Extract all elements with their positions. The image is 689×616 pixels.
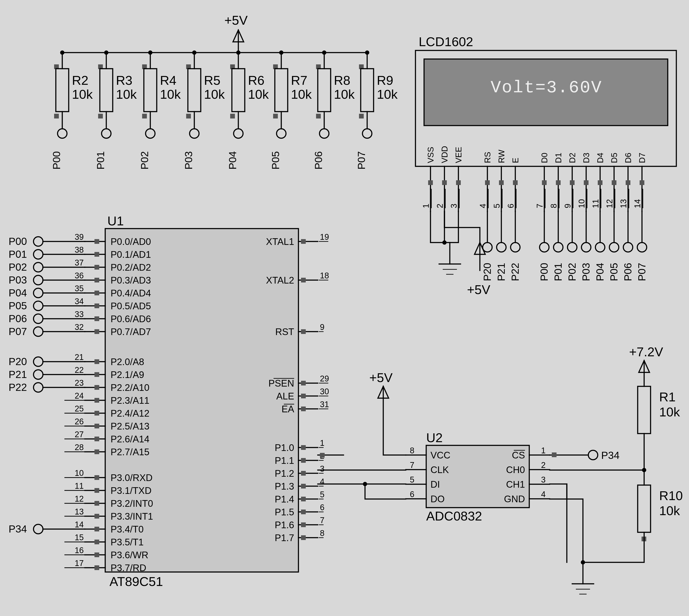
lcd-pin-name: D1 <box>554 153 563 163</box>
svg-rect-164 <box>612 180 617 185</box>
pin-name: P0.7/AD7 <box>111 327 151 337</box>
net-label: P21 <box>496 263 507 281</box>
svg-rect-146 <box>513 180 518 185</box>
net-label: P06 <box>313 151 324 170</box>
lcd-pin-name: D6 <box>624 153 633 163</box>
pin-name: P1.6 <box>275 520 294 530</box>
pin-name: P2.4/A12 <box>111 408 149 419</box>
pin-number: 17 <box>75 559 84 568</box>
svg-rect-102 <box>301 239 306 244</box>
svg-rect-88 <box>94 488 99 493</box>
svg-rect-78 <box>94 411 99 416</box>
resistor-val: 10k <box>160 87 181 102</box>
pin-name: P1.7 <box>275 532 294 543</box>
lcd-pin-num: 9 <box>563 204 572 208</box>
pin-number: 13 <box>75 507 84 516</box>
pin-name: P0.5/AD5 <box>111 301 151 311</box>
svg-rect-90 <box>94 501 99 506</box>
lcd-pin-num: 10 <box>577 199 586 208</box>
svg-rect-4 <box>54 114 59 118</box>
pin-name: XTAL1 <box>266 236 294 247</box>
pin-number: 28 <box>75 443 84 452</box>
pin-number: 23 <box>75 378 84 388</box>
svg-point-190 <box>581 560 585 565</box>
net-label: P05 <box>8 300 27 311</box>
pin-name: P1.3 <box>275 481 294 491</box>
net-label: P04 <box>227 151 238 170</box>
pin-name: P0.6/AD6 <box>111 313 151 324</box>
pin-name: EA <box>281 404 294 414</box>
net-label: P07 <box>8 326 27 337</box>
net-label: P03 <box>580 263 592 281</box>
pin-number: 21 <box>75 353 84 362</box>
svg-rect-61 <box>94 316 99 321</box>
svg-rect-136 <box>442 180 447 185</box>
svg-rect-86 <box>94 475 99 480</box>
net-label: P03 <box>8 274 27 286</box>
svg-rect-80 <box>94 424 99 428</box>
net-label: P22 <box>8 382 27 393</box>
lcd-pin-name: VDD <box>440 146 449 163</box>
net-label: P06 <box>622 263 633 281</box>
pin-number: 34 <box>75 297 84 306</box>
u2-ref: U2 <box>426 431 443 445</box>
pin-name: P3.6/WR <box>111 550 148 560</box>
svg-rect-52 <box>94 278 99 283</box>
svg-rect-116 <box>301 445 306 450</box>
pin-number: 31 <box>320 400 329 409</box>
svg-rect-58 <box>94 304 99 308</box>
pin-name: VCC <box>430 450 450 460</box>
pin-number: 27 <box>75 430 84 439</box>
svg-rect-158 <box>584 180 588 185</box>
lcd-pin-num: 1 <box>422 204 430 208</box>
pin-name: P1.4 <box>275 494 294 504</box>
net-label: P34 <box>8 523 27 535</box>
svg-rect-70 <box>94 372 99 377</box>
pin-name: P3.7/RD <box>111 563 146 573</box>
net-label: P07 <box>356 151 367 170</box>
svg-rect-101 <box>94 565 99 570</box>
pin-name: CLK <box>430 464 449 475</box>
pin-number: 32 <box>75 323 84 332</box>
net-label: P03 <box>183 151 194 170</box>
pin-number: 3 <box>541 475 545 484</box>
lcd-pin-name: D3 <box>582 153 591 163</box>
lcd-pin-num: 6 <box>506 204 515 208</box>
pin-number: 8 <box>410 446 414 455</box>
lcd-pin-num: 8 <box>549 204 558 208</box>
pin-number: 22 <box>75 366 84 375</box>
pin-name: ALE <box>276 391 294 401</box>
resistor-ref: R8 <box>334 73 350 88</box>
u1-ref: U1 <box>107 214 124 228</box>
resistor-val: 10k <box>72 87 93 102</box>
r10-val: 10k <box>659 504 680 518</box>
cs-net-label: P34 <box>601 450 620 461</box>
rail-5v-top: +5V <box>224 13 247 27</box>
net-label: P00 <box>51 151 62 170</box>
pin-number: 29 <box>320 374 329 383</box>
pin-number: 19 <box>320 233 329 241</box>
lcd-pin-num: 5 <box>492 204 501 208</box>
pin-name: P2.6/A14 <box>111 434 149 444</box>
pin-number: 35 <box>75 284 84 293</box>
svg-point-187 <box>642 468 646 472</box>
net-label: P00 <box>8 236 27 247</box>
pin-number: 6 <box>320 503 324 512</box>
lcd-pin-num: 4 <box>478 204 488 208</box>
svg-rect-76 <box>94 398 99 403</box>
pin-number: 7 <box>410 461 414 470</box>
lcd-pin-num: 13 <box>619 199 628 208</box>
pin-name: P2.0/A8 <box>111 356 144 367</box>
pin-number: 6 <box>410 490 414 499</box>
pin-name: CH0 <box>506 464 525 475</box>
svg-point-173 <box>442 240 447 245</box>
svg-rect-126 <box>301 509 306 514</box>
svg-rect-104 <box>301 278 306 283</box>
pin-number: 39 <box>75 233 84 241</box>
lcd-pin-name: D0 <box>540 153 549 163</box>
lcd-pin-name: RS <box>483 152 492 163</box>
lcd-pin-num: 12 <box>605 199 614 208</box>
resistor-ref: R6 <box>248 73 264 88</box>
svg-rect-94 <box>94 527 99 531</box>
pin-number: 5 <box>410 475 414 484</box>
